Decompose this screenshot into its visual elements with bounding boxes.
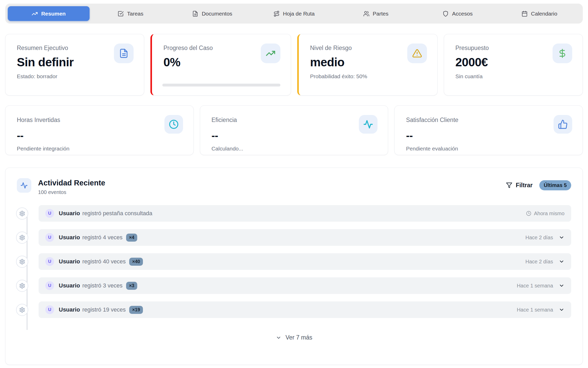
event-time: Hace 2 días — [525, 235, 553, 241]
event-actor: Usuario — [59, 282, 80, 289]
card-label: Eficiencia — [212, 117, 377, 124]
card-progreso-del-caso: Progreso del Caso 0% — [150, 34, 291, 96]
avatar: U — [45, 233, 54, 242]
file-text-icon — [114, 44, 134, 63]
tab-resumen[interactable]: Resumen — [8, 6, 90, 21]
recent-activity-panel: Actividad Reciente 100 eventos Filtrar Ú… — [5, 168, 583, 365]
chevron-down-icon[interactable] — [559, 235, 564, 240]
alert-triangle-icon — [407, 44, 427, 63]
event-count-badge: ×4 — [126, 234, 137, 242]
event-actor: Usuario — [59, 234, 80, 241]
show-more-button[interactable]: Ver 7 más — [5, 334, 583, 341]
tab-label: Tareas — [127, 11, 143, 17]
card-satisfaccion-cliente: Satisfacción Cliente -- Pendiente evalua… — [394, 105, 583, 155]
activity-header-actions: Filtrar Últimas 5 — [506, 180, 571, 190]
activity-row: U Usuario registró 3 veces ×3 Hace 1 sem… — [5, 277, 583, 294]
activity-titles: Actividad Reciente 100 eventos — [38, 178, 105, 195]
card-value: -- — [17, 130, 182, 141]
filter-button[interactable]: Filtrar — [506, 182, 533, 189]
route-icon — [273, 11, 280, 17]
tab-hoja-de-ruta[interactable]: Hoja de Ruta — [253, 6, 335, 21]
tab-label: Partes — [373, 11, 389, 17]
activity-title: Actividad Reciente — [38, 179, 105, 187]
gear-icon — [16, 256, 28, 268]
activity-row: U Usuario registró 4 veces ×4 Hace 2 día… — [5, 229, 583, 246]
users-icon — [363, 11, 369, 17]
activity-event[interactable]: U Usuario registró 19 veces ×19 Hace 1 s… — [39, 301, 571, 318]
avatar: U — [45, 209, 54, 218]
stat-cards-row: Resumen Ejecutivo Sin definir Estado: bo… — [5, 34, 583, 96]
gear-icon — [16, 280, 28, 292]
event-count-badge: ×3 — [126, 282, 137, 290]
clock-icon — [526, 211, 531, 216]
card-subtext: Pendiente integración — [17, 146, 182, 152]
activity-row: U Usuario registró 40 veces ×40 Hace 2 d… — [5, 253, 583, 270]
activity-timeline: U Usuario registró pestaña consultada Ah… — [5, 205, 583, 318]
event-count-badge: ×19 — [129, 306, 143, 314]
card-value: -- — [212, 130, 377, 141]
activity-header: Actividad Reciente 100 eventos Filtrar Ú… — [5, 168, 583, 195]
funnel-icon — [506, 182, 512, 189]
card-horas-invertidas: Horas Invertidas -- Pendiente integració… — [5, 105, 194, 155]
activity-icon — [17, 178, 31, 193]
card-resumen-ejecutivo: Resumen Ejecutivo Sin definir Estado: bo… — [5, 34, 144, 96]
shield-icon — [442, 11, 449, 17]
chevron-down-icon[interactable] — [559, 259, 564, 264]
event-actor: Usuario — [59, 306, 80, 313]
event-action: registró 40 veces — [82, 258, 126, 265]
last-five-badge[interactable]: Últimas 5 — [539, 180, 571, 190]
event-action: registró 19 veces — [82, 306, 126, 313]
tab-label: Calendario — [531, 11, 557, 17]
tab-label: Accesos — [452, 11, 473, 17]
event-time: Hace 1 semana — [517, 307, 553, 313]
filter-label: Filtrar — [516, 182, 533, 189]
tab-label: Hoja de Ruta — [283, 11, 315, 17]
gear-icon — [16, 232, 28, 244]
tab-calendario[interactable]: Calendario — [498, 6, 580, 21]
card-label: Satisfacción Cliente — [406, 117, 571, 124]
card-label: Horas Invertidas — [17, 117, 182, 124]
card-eficiencia: Eficiencia -- Calculando... — [200, 105, 388, 155]
card-subtext: Sin cuantía — [455, 73, 571, 80]
event-action: registró pestaña consultada — [82, 210, 152, 217]
event-time: Hace 1 semana — [517, 283, 553, 289]
event-count-badge: ×40 — [129, 258, 143, 266]
event-action: registró 4 veces — [82, 234, 122, 241]
check-square-icon — [118, 11, 124, 17]
tab-partes[interactable]: Partes — [335, 6, 417, 21]
show-more-label: Ver 7 más — [286, 334, 313, 341]
calendar-icon — [521, 11, 528, 17]
avatar: U — [45, 281, 54, 290]
chevron-down-icon[interactable] — [559, 307, 564, 313]
event-time: Ahora mismo — [526, 211, 564, 217]
tab-tareas[interactable]: Tareas — [90, 6, 171, 21]
event-actor: Usuario — [59, 210, 80, 217]
card-presupuesto: Presupuesto 2000€ Sin cuantía — [444, 34, 583, 96]
event-time: Hace 2 días — [525, 259, 553, 265]
trending-up-icon — [261, 44, 280, 63]
activity-event[interactable]: U Usuario registró pestaña consultada Ah… — [39, 205, 571, 222]
activity-event[interactable]: U Usuario registró 4 veces ×4 Hace 2 día… — [39, 229, 571, 246]
activity-event[interactable]: U Usuario registró 3 veces ×3 Hace 1 sem… — [39, 277, 571, 294]
card-subtext: Calculando... — [212, 146, 377, 152]
avatar: U — [45, 305, 54, 314]
chevron-down-icon — [276, 335, 281, 341]
event-action: registró 3 veces — [82, 282, 122, 289]
activity-row: U Usuario registró 19 veces ×19 Hace 1 s… — [5, 301, 583, 318]
event-actor: Usuario — [59, 258, 80, 265]
file-text-icon — [192, 11, 198, 17]
activity-event[interactable]: U Usuario registró 40 veces ×40 Hace 2 d… — [39, 253, 571, 270]
thumbs-up-icon — [554, 115, 572, 134]
activity-icon — [359, 115, 378, 134]
clock-icon — [164, 115, 183, 134]
chevron-down-icon[interactable] — [559, 283, 564, 288]
activity-row: U Usuario registró pestaña consultada Ah… — [5, 205, 583, 222]
tab-accesos[interactable]: Accesos — [417, 6, 498, 21]
card-subtext: Probabilidad éxito: 50% — [310, 73, 426, 80]
tab-documentos[interactable]: Documentos — [171, 6, 253, 21]
card-nivel-de-riesgo: Nivel de Riesgo medio Probabilidad éxito… — [297, 34, 438, 96]
gear-icon — [16, 304, 28, 316]
card-value: -- — [406, 130, 571, 141]
activity-event-count: 100 eventos — [38, 189, 105, 195]
card-subtext: Estado: borrador — [17, 73, 133, 80]
